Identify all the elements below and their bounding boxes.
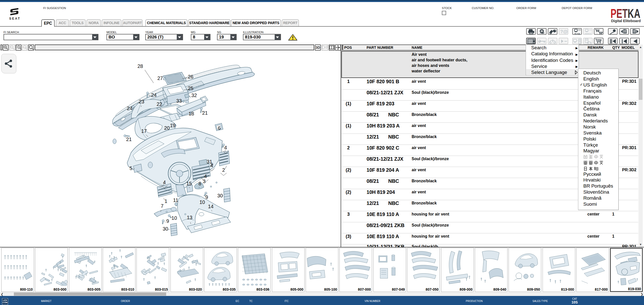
svg-text:7: 7: [161, 203, 163, 209]
svg-text:9: 9: [166, 218, 169, 224]
svg-text:18: 18: [189, 111, 194, 116]
svg-text:30: 30: [163, 226, 168, 232]
svg-text:31: 31: [207, 159, 212, 164]
svg-text:14: 14: [208, 204, 213, 209]
svg-text:4: 4: [163, 180, 166, 185]
svg-text:26: 26: [188, 74, 193, 79]
svg-text:30: 30: [217, 193, 223, 198]
svg-text:19: 19: [170, 123, 175, 128]
svg-text:ELSA: ELSA: [575, 33, 580, 35]
svg-text:4: 4: [204, 173, 207, 179]
svg-text:15: 15: [186, 181, 192, 186]
svg-text:28: 28: [137, 63, 143, 69]
svg-text:22: 22: [157, 101, 162, 107]
svg-text:SEAT: SEAT: [9, 17, 20, 20]
svg-text:5: 5: [129, 165, 132, 171]
svg-text:1: 1: [164, 198, 167, 204]
svg-text:24: 24: [127, 106, 132, 111]
svg-text:11: 11: [173, 197, 178, 203]
svg-text:10: 10: [171, 215, 177, 221]
svg-text:4: 4: [224, 145, 227, 150]
svg-text:32: 32: [191, 93, 197, 98]
svg-text:20: 20: [164, 125, 170, 131]
svg-text:24: 24: [151, 92, 157, 98]
svg-text:21: 21: [202, 110, 208, 116]
svg-text:21: 21: [126, 137, 132, 142]
svg-text:27: 27: [157, 75, 163, 81]
svg-text:23: 23: [139, 99, 144, 104]
svg-text:13: 13: [187, 215, 192, 220]
svg-text:3: 3: [203, 179, 205, 184]
svg-text:33: 33: [176, 98, 182, 104]
svg-text:6: 6: [218, 125, 221, 131]
svg-text:100%: 100%: [23, 47, 27, 48]
svg-text:9: 9: [205, 194, 208, 200]
svg-text:8: 8: [198, 181, 201, 186]
svg-text:10: 10: [199, 199, 205, 205]
svg-text:DEPOT: DEPOT: [585, 33, 591, 35]
svg-text:2: 2: [222, 167, 225, 173]
svg-text:25: 25: [188, 85, 193, 91]
svg-text:17: 17: [141, 128, 147, 134]
svg-text:?@: ?@: [560, 29, 568, 34]
